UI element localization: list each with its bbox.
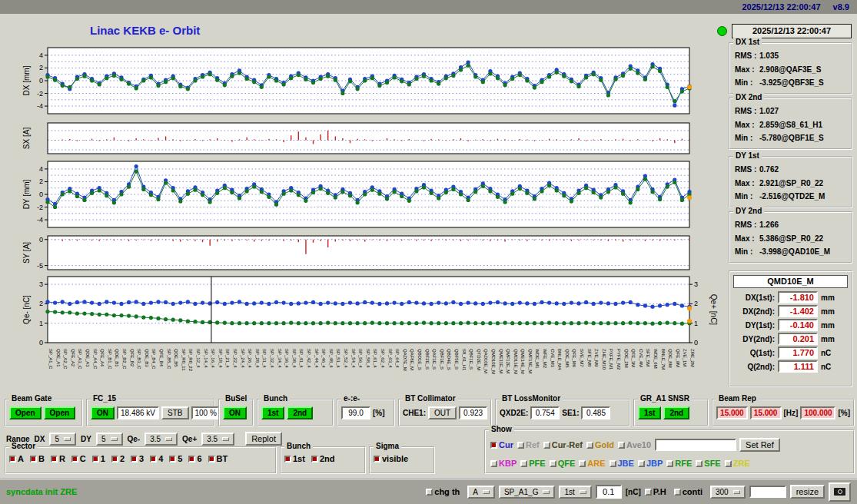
gr-snsr-1st-button[interactable]: 1st [638, 406, 661, 419]
busel-on-button[interactable]: ON [223, 406, 247, 419]
sector-item-6[interactable]: 6 [188, 454, 205, 463]
checkbox[interactable] [311, 456, 318, 463]
sector-item-bt[interactable]: BT [208, 454, 232, 463]
sector-item-c[interactable]: C [71, 454, 90, 463]
fc15-on-button[interactable]: ON [91, 406, 115, 419]
svg-text:DY [mm]: DY [mm] [22, 179, 31, 209]
sector-item-2[interactable]: 2 [111, 454, 128, 463]
monitor-value: -0.140 [778, 319, 818, 331]
replot-button[interactable]: Replot [245, 432, 282, 446]
gr-snsr-2nd-button[interactable]: 2nd [663, 406, 689, 419]
sigma-visible-item[interactable]: visible [374, 454, 412, 463]
show-pfe-item[interactable]: PFE [520, 459, 549, 468]
checkbox[interactable] [92, 456, 99, 463]
checkbox[interactable] [520, 460, 527, 467]
checkbox[interactable] [543, 442, 550, 449]
checkbox[interactable] [490, 442, 497, 449]
beam-status-indicator [717, 26, 727, 36]
che1-out-button[interactable]: OUT [428, 406, 457, 419]
checkbox[interactable] [284, 456, 291, 463]
set-ref-button[interactable]: Set Ref [739, 438, 780, 452]
chg-th-item[interactable]: chg th [426, 487, 463, 496]
checkbox[interactable] [490, 460, 497, 467]
checkbox[interactable] [374, 456, 380, 463]
checkbox[interactable] [131, 456, 138, 463]
checkbox[interactable] [638, 460, 645, 467]
beam-gate-open-2-button[interactable]: Open [44, 406, 76, 419]
screenshot-button[interactable] [829, 482, 851, 502]
sector-select[interactable]: A [467, 486, 495, 499]
ee-ratio-unit: [%] [373, 409, 385, 417]
count-select[interactable]: 300 [710, 486, 746, 499]
monitor-value: 0.201 [778, 333, 818, 345]
count-entry[interactable] [749, 486, 786, 498]
checkbox[interactable] [111, 456, 118, 463]
show-cur-ref-item[interactable]: Cur-Ref [543, 440, 586, 449]
bunch-1st-button[interactable]: 1st [261, 406, 284, 419]
show-rfe-item[interactable]: RFE [666, 459, 696, 468]
checkbox[interactable] [150, 456, 157, 463]
show-jbe-item[interactable]: JBE [610, 459, 638, 468]
checkbox[interactable] [674, 489, 681, 496]
checkbox[interactable] [517, 442, 524, 449]
show-ref-item[interactable]: Ref [517, 440, 543, 449]
bunch-2nd-item[interactable]: 2nd [311, 454, 339, 463]
ref-entry[interactable] [655, 439, 736, 451]
stat-line: Min :-3.998@QAD10E_M [735, 245, 847, 259]
show-kbp-item[interactable]: KBP [490, 459, 520, 468]
svg-text:SP_B4_C: SP_B4_C [151, 349, 156, 370]
sector-item-4[interactable]: 4 [150, 454, 167, 463]
sector-item-5[interactable]: 5 [169, 454, 186, 463]
device-select[interactable]: SP_A1_G [499, 486, 555, 499]
checkbox[interactable] [610, 460, 616, 467]
sector-item-r[interactable]: R [51, 454, 69, 463]
fc15-stb-button[interactable]: STB [161, 406, 188, 419]
show-jbp-item[interactable]: JBP [638, 459, 666, 468]
svg-text:0: 0 [39, 77, 43, 85]
checkbox[interactable] [618, 442, 625, 449]
range-qep-select[interactable]: 3.5 [201, 433, 234, 446]
beam-gate-open-1-button[interactable]: Open [9, 406, 42, 419]
ph-item[interactable]: P.H [645, 487, 670, 496]
show-gold-item[interactable]: Gold [586, 440, 618, 449]
checkbox[interactable] [208, 456, 215, 463]
bunch-2nd-button[interactable]: 2nd [287, 406, 313, 419]
svg-text:SP_B1_C: SP_B1_C [108, 349, 112, 370]
resize-button[interactable]: resize [790, 485, 825, 499]
threshold-field[interactable]: 0.1 [596, 485, 622, 499]
checkbox[interactable] [645, 489, 652, 496]
stat-title: DY 1st [733, 151, 762, 160]
svg-text:SP_16_4: SP_16_4 [211, 349, 215, 368]
show-sfe-item[interactable]: SFE [696, 459, 724, 468]
checkbox[interactable] [169, 456, 176, 463]
bunch-1st-item[interactable]: 1st [284, 454, 309, 463]
sector-item-b[interactable]: B [30, 454, 48, 463]
checkbox[interactable] [579, 460, 586, 467]
checkbox[interactable] [696, 460, 703, 467]
checkbox[interactable] [586, 442, 593, 449]
stat-title: DX 2nd [733, 93, 764, 101]
checkbox[interactable] [666, 460, 673, 467]
show-zre-item[interactable]: ZRE [725, 459, 754, 468]
range-dy-select[interactable]: 5 [96, 433, 123, 446]
range-dx-select[interactable]: 5 [49, 433, 76, 446]
show-cur-item[interactable]: Cur [490, 440, 517, 449]
checkbox[interactable] [71, 456, 78, 463]
show-qfe-item[interactable]: QFE [550, 459, 580, 468]
sector-item-1[interactable]: 1 [92, 454, 109, 463]
sector-item-a[interactable]: A [9, 454, 28, 463]
checkbox[interactable] [426, 489, 433, 496]
checkbox[interactable] [30, 456, 37, 463]
checkbox[interactable] [725, 460, 732, 467]
bunch-select[interactable]: 1st [559, 486, 591, 499]
checkbox[interactable] [9, 456, 16, 463]
conti-item[interactable]: conti [674, 487, 706, 496]
checkbox[interactable] [51, 456, 58, 463]
show-ave10-item[interactable]: Ave10 [618, 440, 655, 449]
show-are-item[interactable]: ARE [579, 459, 609, 468]
checkbox[interactable] [188, 456, 195, 463]
ee-ratio-field[interactable]: 99.0 [341, 406, 370, 419]
sector-item-3[interactable]: 3 [131, 454, 148, 463]
range-qem-select[interactable]: 3.5 [144, 433, 178, 446]
checkbox[interactable] [550, 460, 556, 467]
